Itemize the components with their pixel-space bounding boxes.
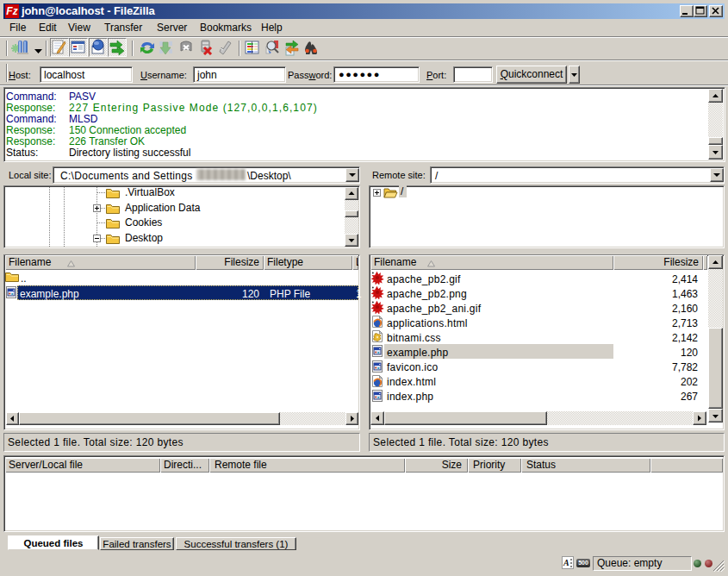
svg-text:A: A xyxy=(563,558,569,567)
